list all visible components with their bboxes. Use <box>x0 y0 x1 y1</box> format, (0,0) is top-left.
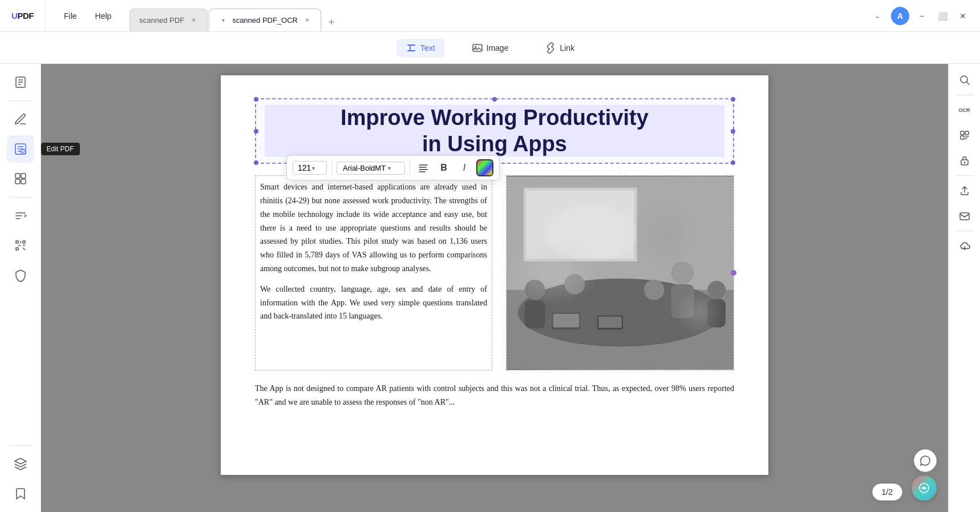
tab-close-scanned[interactable]: ✕ <box>189 16 198 25</box>
tab-dropdown-icon[interactable]: ▾ <box>218 16 228 25</box>
svg-point-13 <box>21 150 26 154</box>
sidebar-divider-2 <box>9 197 32 197</box>
svg-rect-56 <box>965 138 966 139</box>
svg-rect-27 <box>507 176 734 290</box>
app-logo: UPDF <box>0 0 46 31</box>
bold-button[interactable]: B <box>435 159 452 176</box>
svg-rect-42 <box>553 314 580 328</box>
svg-point-35 <box>671 261 694 284</box>
svg-rect-55 <box>967 136 969 137</box>
svg-rect-16 <box>15 179 20 184</box>
tabs-area: scanned PDF ✕ ▾ scanned PDF_OCR ✕ + <box>129 0 859 31</box>
right-email-button[interactable] <box>953 204 976 227</box>
svg-rect-29 <box>527 191 634 259</box>
svg-rect-59 <box>960 213 969 220</box>
svg-rect-32 <box>525 300 545 329</box>
close-button[interactable]: ✕ <box>955 8 971 24</box>
sidebar-item-reader[interactable] <box>7 68 34 96</box>
right-scan-button[interactable] <box>953 124 976 147</box>
tab-label-active: scanned PDF_OCR <box>232 16 298 25</box>
svg-rect-44 <box>598 317 622 328</box>
minimize-button[interactable]: − <box>914 8 930 24</box>
top-bar: UPDF File Help scanned PDF ✕ ▾ scanned P… <box>0 0 980 32</box>
toolbar-divider-1 <box>331 161 332 175</box>
svg-rect-26 <box>507 176 734 369</box>
font-size-dropdown-icon[interactable]: ▾ <box>312 165 315 171</box>
new-tab-button[interactable]: + <box>322 13 341 31</box>
body-text: Smart devices and internet-based applica… <box>260 180 487 276</box>
document-title: Improve Working Productivity in Using Ap… <box>265 105 724 157</box>
edit-toolbar: Text Image Link <box>0 32 980 64</box>
svg-rect-43 <box>597 316 623 330</box>
sidebar-item-organize[interactable] <box>7 165 34 192</box>
right-cloud-button[interactable] <box>953 235 976 257</box>
right-share-button[interactable] <box>953 179 976 202</box>
help-menu[interactable]: Help <box>88 8 119 24</box>
sidebar-item-bookmark[interactable] <box>7 480 34 507</box>
tab-scanned-pdf[interactable]: scanned PDF ✕ <box>129 9 208 31</box>
menu-bar: File Help <box>46 8 129 24</box>
right-lock-button[interactable] <box>953 149 976 172</box>
page-indicator: 1/2 <box>872 483 902 501</box>
tab-close-ocr[interactable]: ✕ <box>302 16 311 25</box>
image-resize-handle[interactable] <box>731 270 736 276</box>
svg-line-21 <box>23 248 25 250</box>
svg-rect-15 <box>21 174 26 178</box>
link-tool-button[interactable]: Link <box>536 39 584 57</box>
svg-rect-54 <box>965 136 966 137</box>
body-text-box[interactable]: Smart devices and internet-based applica… <box>255 175 492 370</box>
sidebar-item-layers[interactable] <box>7 450 34 478</box>
image-tool-button[interactable]: Image <box>463 39 518 57</box>
toolbar-divider-2 <box>410 161 410 175</box>
title-text-box[interactable]: Improve Working Productivity in Using Ap… <box>255 98 734 164</box>
font-size-value: 121 <box>298 163 311 172</box>
svg-rect-52 <box>961 136 964 139</box>
top-bar-right: ⌄ A − ⬜ ✕ <box>859 7 980 25</box>
maximize-button[interactable]: ⬜ <box>934 8 950 24</box>
svg-rect-53 <box>966 137 967 138</box>
text-tool-button[interactable]: Text <box>396 39 444 57</box>
resize-handle-tl[interactable] <box>254 97 258 102</box>
sidebar-item-edit-pdf[interactable]: Edit PDF <box>7 135 34 163</box>
align-button[interactable] <box>415 159 432 176</box>
tab-scanned-pdf-ocr[interactable]: ▾ scanned PDF_OCR ✕ <box>209 9 321 31</box>
sidebar-item-convert[interactable] <box>7 202 34 229</box>
svg-line-49 <box>966 82 969 85</box>
content-area: Smart devices and internet-based applica… <box>255 175 734 370</box>
right-ocr-button[interactable]: OCR <box>953 99 976 122</box>
svg-rect-36 <box>671 284 694 319</box>
user-avatar[interactable]: A <box>891 7 909 25</box>
svg-point-45 <box>546 205 637 262</box>
sidebar-item-ocr[interactable] <box>7 232 34 259</box>
svg-point-58 <box>963 162 965 164</box>
resize-handle-bl[interactable] <box>254 160 258 165</box>
svg-rect-28 <box>524 188 637 261</box>
resize-handle-tm[interactable] <box>492 97 497 102</box>
svg-rect-17 <box>21 179 26 184</box>
svg-rect-38 <box>707 299 726 328</box>
color-picker-button[interactable] <box>476 159 493 176</box>
lower-body-text: The App is not designed to compare AR pa… <box>255 382 734 409</box>
svg-rect-3 <box>473 45 482 51</box>
italic-button[interactable]: I <box>456 159 473 176</box>
font-family-selector[interactable]: Arial-BoldMT ▾ <box>337 162 405 175</box>
font-size-selector[interactable]: 121 ▾ <box>293 161 327 175</box>
body-text-2: We collected country, language, age, sex… <box>260 283 487 323</box>
ai-button[interactable] <box>912 475 937 501</box>
svg-rect-41 <box>552 313 581 330</box>
sidebar-item-protect[interactable] <box>7 261 34 289</box>
more-tabs-button[interactable]: ⌄ <box>868 7 886 25</box>
svg-point-37 <box>707 281 726 299</box>
sidebar-item-annotate[interactable] <box>7 106 34 133</box>
right-search-button[interactable] <box>953 68 976 91</box>
resize-handle-ml[interactable] <box>254 129 258 134</box>
image-box[interactable] <box>506 175 734 370</box>
resize-handle-tr[interactable] <box>731 97 735 102</box>
resize-handle-br[interactable] <box>731 160 735 165</box>
font-family-dropdown-icon[interactable]: ▾ <box>388 165 391 171</box>
link-tool-icon <box>545 42 556 54</box>
file-menu[interactable]: File <box>57 8 84 24</box>
resize-handle-mr[interactable] <box>731 129 735 134</box>
sidebar-divider-3 <box>9 445 32 446</box>
comment-button[interactable] <box>914 449 937 472</box>
